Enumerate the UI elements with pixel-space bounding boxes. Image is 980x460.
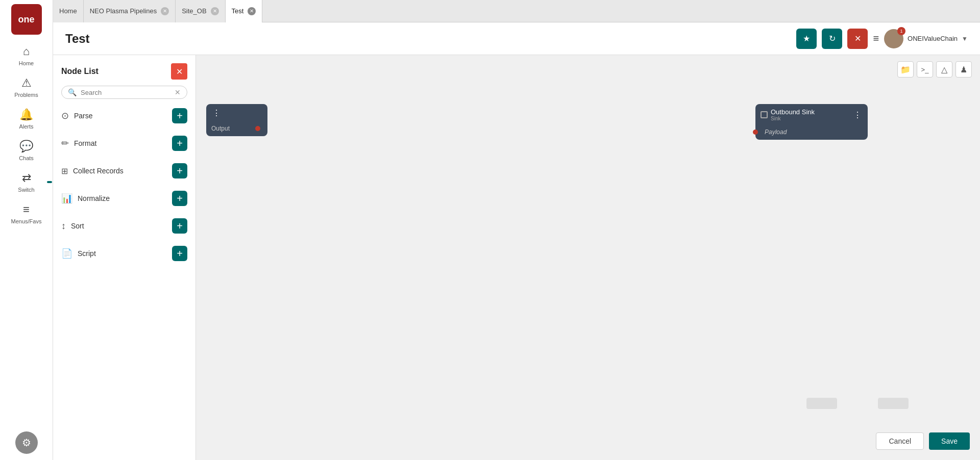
user-section[interactable]: 1 ONEIValueChain ▼ [884,29,968,48]
sidebar-item-alerts[interactable]: 🔔 Alerts [5,104,48,134]
add-collect-records-button[interactable]: + [172,163,187,178]
source-node-menu-button[interactable]: ⋮ [211,108,222,118]
tab-neo-close[interactable]: ✕ [161,7,169,15]
source-node: ⋮ Output [206,104,267,136]
parse-icon: ⊙ [61,110,69,121]
close-button[interactable]: ✕ [847,29,868,49]
notification-dot: 1 [897,27,905,35]
script-icon: 📄 [61,248,72,259]
favorite-button[interactable]: ★ [796,29,817,49]
mini-node-2 [878,398,909,409]
tab-neo[interactable]: NEO Plasma Pipelines ✕ [84,0,176,22]
node-item-script: 📄 Script + [61,243,187,264]
sidebar-item-menus-favs[interactable]: ≡ Menus/Favs [5,199,48,228]
output-port-dot [255,126,260,131]
search-icon: 🔍 [68,88,77,96]
switch-badge [47,181,52,183]
person-tool-button[interactable]: ♟ [955,61,972,78]
save-button[interactable]: Save [929,432,970,450]
pipeline-area: Node List ✕ 🔍 ✕ ⊙ Parse + [53,55,980,460]
warning-icon: ⚠ [21,76,32,90]
hamburger-menu-button[interactable]: ≡ [873,33,879,44]
sidebar-item-chats-label: Chats [19,155,34,161]
tab-neo-label: NEO Plasma Pipelines [90,7,157,15]
search-clear-button[interactable]: ✕ [175,88,181,96]
sort-icon: ↕ [61,221,66,232]
search-bar: 🔍 ✕ [61,86,187,99]
source-node-body: Output [206,122,267,136]
node-item-format: ✏ Format + [61,133,187,154]
sidebar-item-chats[interactable]: 💬 Chats [5,136,48,165]
sidebar-item-problems[interactable]: ⚠ Problems [5,72,48,102]
source-node-output-port: Output [211,125,262,132]
sidebar-item-home-label: Home [19,60,34,66]
search-input[interactable] [81,89,170,96]
source-node-header: ⋮ [206,104,267,122]
switch-icon: ⇄ [22,171,31,185]
content-area: Test ★ ↻ ✕ ≡ 1 ONEIValueChain ▼ [53,22,980,460]
payload-label: Payload [765,129,787,136]
chevron-down-icon: ▼ [962,35,968,42]
home-icon: ⌂ [23,45,30,58]
triangle-tool-button[interactable]: △ [936,61,952,78]
outbound-sink-checkbox[interactable] [761,111,768,118]
tab-test-close[interactable]: ✕ [248,7,256,15]
node-collect-records-label: Collect Records [73,167,124,175]
node-item-collect-records: ⊞ Collect Records + [61,160,187,182]
app-logo: one [11,4,42,35]
page-title: Test [65,32,90,46]
tab-bar: Home NEO Plasma Pipelines ✕ Site_OB ✕ Te… [0,0,980,22]
node-sort-label: Sort [71,222,84,230]
outbound-sink-node: Outbound Sink Sink ⋮ Payload [755,104,868,140]
user-avatar: 1 [884,29,903,48]
add-script-button[interactable]: + [172,246,187,261]
folder-tool-button[interactable]: 📁 [897,61,914,78]
node-normalize-label: Normalize [78,194,110,202]
refresh-button[interactable]: ↻ [822,29,842,49]
sidebar-item-switch[interactable]: ⇄ Switch [5,167,48,197]
normalize-icon: 📊 [61,193,72,204]
sidebar-item-switch-label: Switch [18,187,34,193]
payload-port-dot [753,130,758,135]
outbound-sink-menu-button[interactable]: ⋮ [852,110,863,120]
add-format-button[interactable]: + [172,136,187,151]
page-header: Test ★ ↻ ✕ ≡ 1 ONEIValueChain ▼ [53,22,980,55]
nav-bottom: ⚙ [15,431,38,454]
user-name: ONEIValueChain [908,35,958,42]
outbound-sink-title: Outbound Sink [771,108,849,116]
terminal-tool-button[interactable]: >_ [917,61,933,78]
node-script-label: Script [78,249,96,258]
outbound-sink-body: Payload [755,125,868,140]
source-node-output-label: Output [211,125,230,132]
node-item-parse: ⊙ Parse + [61,105,187,126]
tab-test-label: Test [232,7,244,15]
mini-node-1 [806,398,837,409]
sidebar-item-alerts-label: Alerts [19,123,33,130]
menu-icon: ≡ [23,203,30,216]
node-format-label: Format [74,139,96,147]
node-parse-label: Parse [74,112,93,120]
tab-site-ob-label: Site_OB [182,7,206,15]
format-icon: ✏ [61,138,69,149]
left-sidebar: one ⌂ Home ⚠ Problems 🔔 Alerts 💬 Chats ⇄… [0,0,53,460]
node-list-title: Node List [61,67,99,76]
bottom-avatar[interactable]: ⚙ [15,431,38,454]
node-item-sort: ↕ Sort + [61,215,187,237]
add-parse-button[interactable]: + [172,108,187,123]
sidebar-item-home[interactable]: ⌂ Home [5,41,48,70]
tab-site-ob[interactable]: Site_OB ✕ [176,0,225,22]
node-list-close-button[interactable]: ✕ [171,63,187,80]
node-list-panel: Node List ✕ 🔍 ✕ ⊙ Parse + [53,55,196,460]
tab-site-ob-close[interactable]: ✕ [211,7,219,15]
add-normalize-button[interactable]: + [172,191,187,206]
tab-home-label: Home [59,7,77,15]
add-sort-button[interactable]: + [172,218,187,234]
tab-test[interactable]: Test ✕ [226,0,263,22]
chat-icon: 💬 [19,140,33,153]
node-list-header: Node List ✕ [61,63,187,80]
tab-home[interactable]: Home [53,0,84,22]
canvas-area[interactable]: 📁 >_ △ ♟ ⋮ Output [196,55,980,460]
bell-icon: 🔔 [19,108,33,121]
header-actions: ★ ↻ ✕ ≡ 1 ONEIValueChain ▼ [796,29,968,49]
cancel-button[interactable]: Cancel [876,432,924,450]
